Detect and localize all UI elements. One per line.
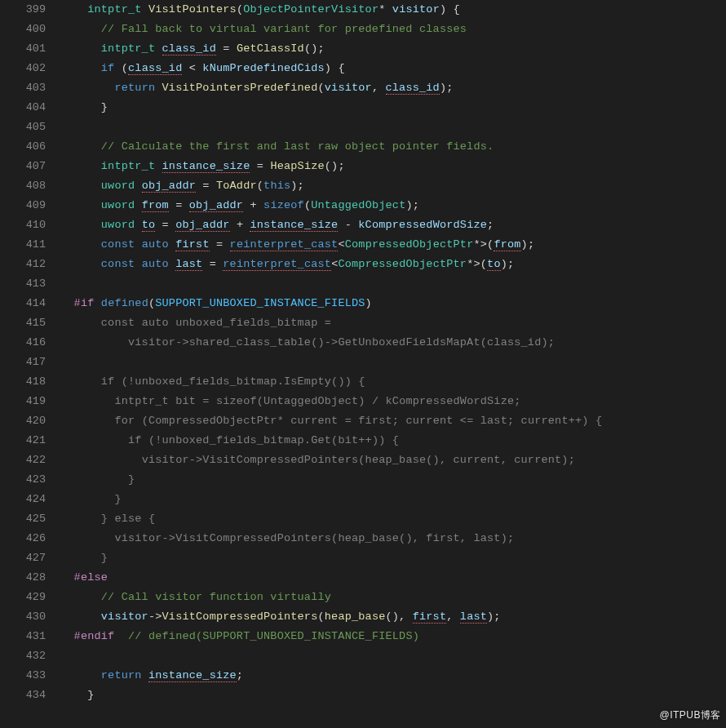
watermark-label: @ITPUB博客 <box>659 705 721 725</box>
code-line: 426 visitor->VisitCompressedPointers(hea… <box>0 529 726 548</box>
code-line: 402 if (class_id < kNumPredefinedCids) { <box>0 59 726 78</box>
code-line: 403 return VisitPointersPredefined(visit… <box>0 78 726 98</box>
code-content: } <box>60 490 726 509</box>
code-content: visitor->VisitCompressedPointers(heap_ba… <box>60 529 726 548</box>
code-line: 430 visitor->VisitCompressedPointers(hea… <box>0 607 726 627</box>
line-number: 425 <box>0 509 60 529</box>
code-line: 411 const auto first = reinterpret_cast<… <box>0 235 726 255</box>
code-line: 427 } <box>0 548 726 568</box>
code-content: visitor->shared_class_table()->GetUnboxe… <box>60 333 726 353</box>
code-content: } else { <box>60 509 726 529</box>
code-content: } <box>60 470 726 490</box>
code-editor: 399 intptr_t VisitPointers(ObjectPointer… <box>0 0 726 728</box>
code-content: const auto unboxed_fields_bitmap = <box>60 313 726 333</box>
code-content: intptr_t bit = sizeof(UntaggedObject) / … <box>60 392 726 411</box>
code-line: 415 const auto unboxed_fields_bitmap = <box>0 313 726 333</box>
code-content: if (class_id < kNumPredefinedCids) { <box>60 59 726 78</box>
code-content: visitor->VisitCompressedPointers(heap_ba… <box>60 607 726 627</box>
line-number: 408 <box>0 176 60 196</box>
code-content: return instance_size; <box>60 666 726 686</box>
line-number: 418 <box>0 372 60 392</box>
line-number: 430 <box>0 607 60 627</box>
line-number: 409 <box>0 196 60 215</box>
code-content: uword to = obj_addr + instance_size - kC… <box>60 215 726 235</box>
code-line: 425 } else { <box>0 509 726 529</box>
code-line: 420 for (CompressedObjectPtr* current = … <box>0 411 726 431</box>
code-line: 429 // Call visitor function virtually <box>0 588 726 607</box>
code-line: 409 uword from = obj_addr + sizeof(Untag… <box>0 196 726 215</box>
code-lines-container: 399 intptr_t VisitPointers(ObjectPointer… <box>0 0 726 705</box>
code-line: 404 } <box>0 98 726 118</box>
code-line: 407 intptr_t instance_size = HeapSize(); <box>0 157 726 176</box>
code-line: 421 if (!unboxed_fields_bitmap.Get(bit++… <box>0 431 726 451</box>
line-number: 406 <box>0 137 60 157</box>
line-number: 421 <box>0 431 60 451</box>
line-number: 422 <box>0 451 60 470</box>
line-number: 420 <box>0 411 60 431</box>
code-content: const auto first = reinterpret_cast<Comp… <box>60 235 726 255</box>
code-line: 410 uword to = obj_addr + instance_size … <box>0 215 726 235</box>
code-content: intptr_t instance_size = HeapSize(); <box>60 157 726 176</box>
code-content <box>60 646 726 666</box>
line-number: 428 <box>0 568 60 588</box>
line-number: 405 <box>0 118 60 137</box>
code-content <box>60 118 726 137</box>
code-line: 422 visitor->VisitCompressedPointers(hea… <box>0 451 726 470</box>
code-content: uword obj_addr = ToAddr(this); <box>60 176 726 196</box>
code-line: 434 } <box>0 686 726 705</box>
code-line: 431 #endif // defined(SUPPORT_UNBOXED_IN… <box>0 627 726 646</box>
line-number: 427 <box>0 548 60 568</box>
line-number: 404 <box>0 98 60 118</box>
code-content: if (!unboxed_fields_bitmap.IsEmpty()) { <box>60 372 726 392</box>
line-number: 410 <box>0 215 60 235</box>
code-content: visitor->VisitCompressedPointers(heap_ba… <box>60 451 726 470</box>
line-number: 433 <box>0 666 60 686</box>
line-number: 412 <box>0 255 60 274</box>
code-content: intptr_t VisitPointers(ObjectPointerVisi… <box>60 0 726 20</box>
line-number: 400 <box>0 20 60 39</box>
code-line: 424 } <box>0 490 726 509</box>
code-line: 405 <box>0 118 726 137</box>
line-number: 399 <box>0 0 60 20</box>
line-number: 407 <box>0 157 60 176</box>
line-number: 415 <box>0 313 60 333</box>
code-content: uword from = obj_addr + sizeof(UntaggedO… <box>60 196 726 215</box>
code-line: 417 <box>0 353 726 372</box>
line-number: 429 <box>0 588 60 607</box>
line-number: 431 <box>0 627 60 646</box>
code-content: } <box>60 686 726 705</box>
code-content <box>60 274 726 294</box>
code-content: const auto last = reinterpret_cast<Compr… <box>60 255 726 274</box>
line-number: 432 <box>0 646 60 666</box>
code-line: 414 #if defined(SUPPORT_UNBOXED_INSTANCE… <box>0 294 726 313</box>
line-number: 417 <box>0 353 60 372</box>
line-number: 416 <box>0 333 60 353</box>
line-number: 414 <box>0 294 60 313</box>
code-line: 433 return instance_size; <box>0 666 726 686</box>
code-line: 400 // Fall back to virtual variant for … <box>0 20 726 39</box>
code-content: intptr_t class_id = GetClassId(); <box>60 39 726 59</box>
code-line: 413 <box>0 274 726 294</box>
code-line: 419 intptr_t bit = sizeof(UntaggedObject… <box>0 392 726 411</box>
line-number: 411 <box>0 235 60 255</box>
line-number: 434 <box>0 686 60 705</box>
code-content: // Call visitor function virtually <box>60 588 726 607</box>
code-line: 416 visitor->shared_class_table()->GetUn… <box>0 333 726 353</box>
code-content: } <box>60 98 726 118</box>
code-content: #endif // defined(SUPPORT_UNBOXED_INSTAN… <box>60 627 726 646</box>
code-line: 418 if (!unboxed_fields_bitmap.IsEmpty()… <box>0 372 726 392</box>
code-line: 406 // Calculate the first and last raw … <box>0 137 726 157</box>
line-number: 426 <box>0 529 60 548</box>
code-content: if (!unboxed_fields_bitmap.Get(bit++)) { <box>60 431 726 451</box>
code-line: 412 const auto last = reinterpret_cast<C… <box>0 255 726 274</box>
code-content: #else <box>60 568 726 588</box>
code-line: 401 intptr_t class_id = GetClassId(); <box>0 39 726 59</box>
code-content: // Calculate the first and last raw obje… <box>60 137 726 157</box>
line-number: 413 <box>0 274 60 294</box>
code-content <box>60 353 726 372</box>
line-number: 419 <box>0 392 60 411</box>
code-line: 428 #else <box>0 568 726 588</box>
code-content: } <box>60 548 726 568</box>
line-number: 401 <box>0 39 60 59</box>
code-line: 408 uword obj_addr = ToAddr(this); <box>0 176 726 196</box>
